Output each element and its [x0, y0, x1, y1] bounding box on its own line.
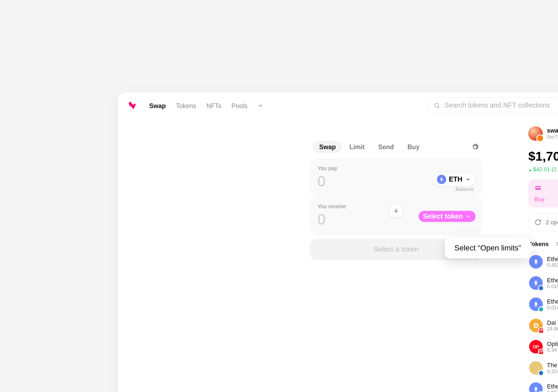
tab-limit[interactable]: Limit — [344, 141, 371, 153]
token-name: Ether — [547, 277, 558, 283]
gear-icon[interactable] — [471, 143, 479, 151]
avatar[interactable] — [528, 126, 543, 141]
token-name: The Doge NFT — [547, 362, 558, 368]
account-name: swappy — [547, 127, 558, 134]
token-sub: 0.493 ETH — [547, 262, 558, 268]
account-balance: $1,706.40 — [528, 149, 558, 164]
refresh-icon — [535, 219, 541, 226]
token-row[interactable]: OPOPOptimism5.34 OP$19.611.15% — [528, 336, 558, 357]
tooltip: Select “Open limits” — [445, 238, 530, 258]
credit-card-icon — [534, 185, 542, 191]
token-list: Ether0.493 ETH$1,474.662.64%Ether0.015 E… — [528, 252, 558, 392]
token-sub: 0.004 ETH — [547, 390, 558, 392]
token-sub: 4,324.62 DOG — [547, 368, 558, 374]
uniswap-logo-icon — [127, 100, 138, 111]
nav-links: Swap Tokens NFTs Pools — [149, 102, 263, 109]
token-sub: 0.015 ETH — [547, 283, 558, 289]
search-icon — [433, 102, 440, 109]
nav-tokens[interactable]: Tokens — [176, 102, 196, 109]
buy-label: Buy — [534, 195, 558, 202]
search-input[interactable]: Search tokens and NFT collections / — [427, 97, 558, 114]
token-row[interactable]: The Doge NFT4,324.62 DOG$13.440.70% — [528, 358, 558, 378]
app-window: Swap Tokens NFTs Pools Search tokens and… — [117, 92, 558, 392]
token-row[interactable]: OPEther0.004 ETH$13.332.64% — [528, 379, 558, 392]
receive-token-selector[interactable]: Select token — [418, 211, 475, 222]
token-row[interactable]: Ether0.014 ETH$40.432.64% — [528, 294, 558, 314]
pay-token-selector[interactable]: ETH — [432, 173, 475, 186]
token-row[interactable]: Ether0.493 ETH$1,474.662.64% — [528, 252, 558, 272]
swap-tab-row: Swap Limit Send Buy — [310, 141, 482, 153]
account-panel: swappy U 0xc7C6...5BD8 $1,706.40 $42.01 … — [528, 126, 558, 392]
token-row[interactable]: Ether0.015 ETH$45.192.64% — [528, 273, 558, 293]
open-limits-label: 2 open limits — [546, 219, 558, 226]
chevron-down-icon — [465, 213, 471, 219]
token-name: Dai Stablecoin — [547, 319, 558, 326]
tab-swap[interactable]: Swap — [313, 141, 342, 153]
buy-action-button[interactable]: Buy — [528, 179, 558, 207]
svg-rect-5 — [535, 187, 541, 188]
swap-direction-button[interactable] — [389, 203, 403, 218]
eth-token-icon — [437, 175, 446, 184]
svg-point-0 — [435, 103, 439, 107]
token-sub: 24.86 DAI — [547, 326, 558, 332]
tab-buy[interactable]: Buy — [402, 141, 426, 153]
token-name: Ether — [547, 383, 558, 390]
topbar: Swap Tokens NFTs Pools Search tokens and… — [118, 92, 558, 119]
token-icon: OP — [529, 319, 543, 332]
nav-pools[interactable]: Pools — [232, 102, 248, 109]
token-row[interactable]: OPDai Stablecoin24.86 DAI$24.860.10% — [528, 315, 558, 336]
pay-label: You pay — [317, 165, 475, 171]
balance-label: Balance — [456, 186, 474, 192]
token-icon: OPOP — [529, 340, 543, 354]
svg-line-1 — [438, 107, 439, 108]
chevron-down-icon[interactable] — [258, 103, 264, 109]
token-icon — [529, 298, 543, 311]
token-name: Optimism — [547, 340, 558, 347]
pay-token-symbol: ETH — [449, 176, 462, 183]
token-icon — [529, 361, 543, 375]
side-tab-nfts[interactable]: NFTs — [556, 241, 558, 247]
tab-send[interactable]: Send — [372, 141, 400, 153]
chevron-down-icon — [465, 176, 471, 182]
nav-swap[interactable]: Swap — [149, 102, 166, 109]
search-placeholder: Search tokens and NFT collections — [445, 102, 550, 109]
token-icon: OP — [529, 382, 543, 392]
account-delta: $42.01 (2.52%) — [528, 166, 558, 173]
token-sub: 0.014 ETH — [547, 305, 558, 311]
token-icon — [529, 276, 543, 290]
nav-nfts[interactable]: NFTs — [207, 102, 222, 109]
token-sub: 5.34 OP — [547, 347, 558, 353]
open-limits-row[interactable]: 2 open limits — [528, 213, 558, 231]
select-token-label: Select token — [423, 213, 463, 220]
pay-panel: You pay 0 ETH Balance — [310, 158, 482, 196]
account-address[interactable]: 0xc7C6...5BD8 — [547, 134, 558, 140]
token-name: Ether — [547, 255, 558, 262]
token-icon — [529, 255, 543, 269]
token-name: Ether — [547, 298, 558, 305]
